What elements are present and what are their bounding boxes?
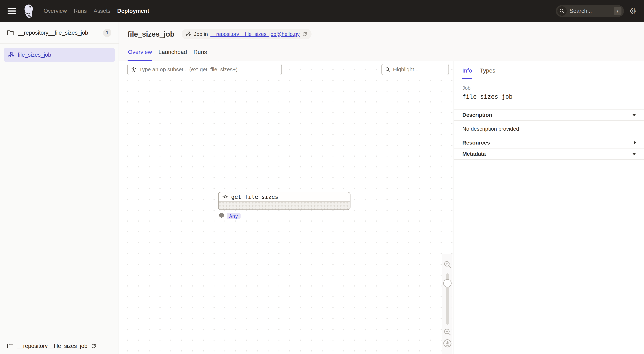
top-navbar: Overview Runs Assets Deployment / ⚙ (0, 0, 644, 22)
highlight-input[interactable] (393, 66, 445, 73)
zoom-out-icon[interactable] (443, 328, 452, 336)
folder-icon (7, 30, 14, 36)
search-icon (557, 6, 567, 16)
page-header: file_sizes_job Job in __repository__file… (119, 22, 644, 61)
job-origin-link[interactable]: __repository__file_sizes_job@hello.py (210, 31, 300, 37)
repo-selector[interactable]: __repository__file_sizes_job 1 (0, 22, 118, 44)
job-graph-icon (8, 52, 14, 58)
sidebar-item-label: file_sizes_job (18, 52, 51, 58)
tab-info[interactable]: Info (462, 67, 472, 79)
dagster-logo[interactable] (22, 4, 35, 19)
description-body: No description provided (454, 120, 644, 137)
op-subset-input[interactable] (139, 66, 278, 73)
op-graph-canvas[interactable]: get_file_sizes Any (119, 61, 454, 354)
op-selector-icon (131, 67, 136, 72)
job-kind-label: Job (462, 85, 644, 91)
chevron-right-icon (634, 141, 636, 145)
section-resources[interactable]: Resources (454, 137, 644, 148)
download-layout-icon[interactable] (443, 339, 452, 348)
op-icon (222, 194, 228, 200)
chevron-down-icon (632, 114, 636, 116)
nav-item-overview[interactable]: Overview (44, 8, 67, 14)
repo-count-badge: 1 (103, 29, 111, 37)
sidebar: __repository__file_sizes_job 1 file_size… (0, 22, 119, 354)
search-icon (385, 67, 390, 72)
job-origin-prefix: Job in (194, 31, 208, 37)
op-subset-filter[interactable] (127, 64, 282, 75)
job-summary: Job file_sizes_job (454, 79, 644, 100)
info-panel-tabs: Info Types (454, 61, 644, 79)
tab-overview[interactable]: Overview (128, 49, 152, 61)
nav-item-assets[interactable]: Assets (94, 8, 110, 14)
page-title: file_sizes_job (128, 30, 174, 38)
reload-repository-icon[interactable] (91, 343, 96, 349)
folder-icon (7, 343, 13, 349)
zoom-in-icon[interactable] (443, 260, 452, 268)
info-panel: Info Types Job file_sizes_job Descriptio… (454, 61, 644, 354)
tab-types[interactable]: Types (480, 67, 495, 79)
op-output-port[interactable] (219, 213, 224, 218)
zoom-slider-handle[interactable] (443, 279, 452, 287)
highlight-filter[interactable] (382, 64, 449, 75)
menu-hamburger-icon[interactable] (8, 8, 16, 14)
job-graph-icon (186, 31, 191, 37)
sidebar-item-file-sizes-job[interactable]: file_sizes_job (4, 48, 115, 62)
op-node-name: get_file_sizes (231, 194, 278, 200)
nav-item-deployment[interactable]: Deployment (117, 8, 149, 14)
zoom-slider-track[interactable] (446, 273, 449, 325)
info-sections: Description No description provided Reso… (454, 109, 644, 160)
section-description[interactable]: Description (454, 109, 644, 120)
job-name: file_sizes_job (462, 93, 644, 100)
repo-footer-name: __repository__file_sizes_job (17, 343, 88, 349)
op-node-get-file-sizes[interactable]: get_file_sizes (218, 192, 350, 210)
primary-nav: Overview Runs Assets Deployment (44, 8, 149, 14)
settings-gear-icon[interactable]: ⚙ (629, 7, 636, 15)
op-output-type-badge[interactable]: Any (227, 213, 240, 219)
op-node-body (218, 202, 350, 210)
reload-icon[interactable] (302, 32, 307, 37)
repo-footer: __repository__file_sizes_job (0, 338, 118, 354)
tab-runs[interactable]: Runs (193, 49, 208, 61)
job-tabs: Overview Launchpad Runs (128, 49, 207, 61)
section-metadata[interactable]: Metadata (454, 148, 644, 159)
job-origin-badge: Job in __repository__file_sizes_job@hell… (182, 29, 312, 39)
section-divider (454, 159, 644, 160)
search-input[interactable] (567, 8, 614, 14)
tab-launchpad[interactable]: Launchpad (158, 49, 187, 61)
repo-name: __repository__file_sizes_job (18, 30, 99, 36)
zoom-controls (442, 260, 453, 348)
search-shortcut-key: / (614, 7, 622, 15)
chevron-down-icon (632, 153, 636, 155)
nav-item-runs[interactable]: Runs (74, 8, 87, 14)
global-search[interactable]: / (556, 5, 624, 17)
